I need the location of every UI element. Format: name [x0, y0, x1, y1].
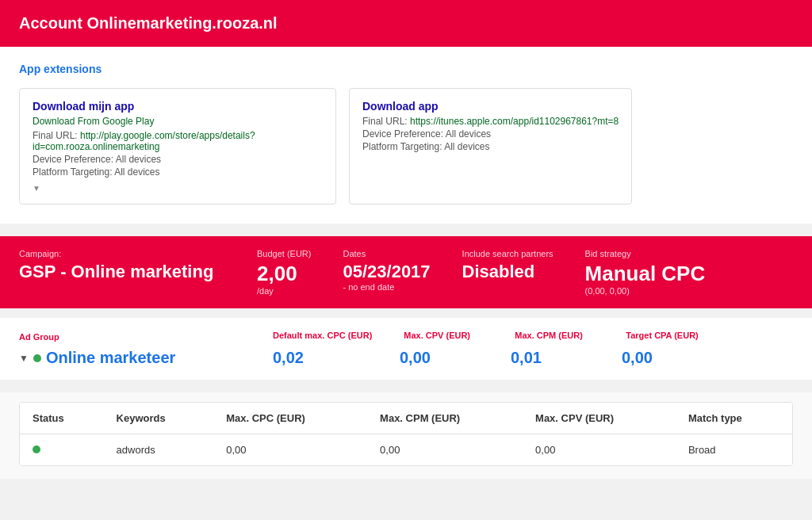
- ext1-title[interactable]: Download mijn app: [33, 100, 323, 113]
- search-partners-metric: Include search partners Disabled: [462, 249, 553, 296]
- app-extensions-label: App extensions: [19, 63, 793, 75]
- budget-sub: /day: [257, 286, 311, 296]
- dates-metric: Dates 05/23/2017 - no end date: [343, 249, 430, 296]
- ext1-subtitle: Download From Google Play: [33, 116, 323, 127]
- col-max-cpc: Max. CPC (EUR): [213, 403, 367, 434]
- dates-value: 05/23/2017: [343, 262, 430, 282]
- extension-card-2: Download app Final URL: https://itunes.a…: [349, 88, 632, 205]
- page-header: Account Onlinemarketing.rooza.nl: [0, 0, 812, 47]
- ext1-platform-value: All devices: [114, 166, 159, 178]
- app-extensions-section: App extensions Download mijn app Downloa…: [0, 47, 812, 224]
- keywords-table-wrapper: Status Keywords Max. CPC (EUR) Max. CPM …: [19, 402, 793, 466]
- search-partners-label: Include search partners: [462, 249, 553, 258]
- col-keywords: Keywords: [104, 403, 214, 434]
- adgroup-name[interactable]: Online marketeer: [46, 349, 175, 367]
- table-row: adwords 0,00 0,00 0,00 Broad: [20, 434, 792, 466]
- table-header-row: Status Keywords Max. CPC (EUR) Max. CPM …: [20, 403, 792, 434]
- ext2-platform: Platform Targeting: All devices: [362, 141, 619, 152]
- bid-strategy-value: Manual CPC: [585, 262, 706, 286]
- search-partners-value: Disabled: [462, 262, 553, 282]
- row-match-type: Broad: [676, 434, 792, 466]
- row-keyword: adwords: [104, 434, 214, 466]
- row-status: [20, 434, 104, 466]
- budget-metric: Budget (EUR) 2,00 /day: [257, 249, 311, 296]
- ext1-platform-label: Platform Targeting:: [33, 166, 113, 178]
- page-title: Account Onlinemarketing.rooza.nl: [19, 14, 278, 32]
- ext2-platform-value: All devices: [444, 141, 489, 152]
- extension-card-1: Download mijn app Download From Google P…: [19, 88, 336, 205]
- adgroup-name-row: ▼ Online marketeer 0,02 0,00 0,01 0,00: [19, 349, 793, 367]
- budget-value: 2,00: [257, 262, 311, 286]
- separator-3: [0, 380, 812, 386]
- ext2-device-value: All devices: [446, 128, 491, 140]
- bid-strategy-metric: Bid strategy Manual CPC (0,00, 0,00): [585, 249, 706, 296]
- ext1-url-label: Final URL:: [33, 130, 78, 141]
- row-max-cpv: 0,00: [523, 434, 676, 466]
- adgroup-values: 0,02 0,00 0,01 0,00: [257, 349, 793, 367]
- ext1-device: Device Preference: All devices: [33, 154, 323, 165]
- adgroup-header-row: Ad Group Default max. CPC (EUR) Max. CPV…: [19, 331, 793, 342]
- ext1-chevron-icon[interactable]: ▼: [33, 184, 323, 193]
- default-cpc-value: 0,02: [273, 349, 368, 367]
- ext2-url-label: Final URL:: [362, 116, 408, 127]
- adgroup-expand-icon[interactable]: ▼: [19, 353, 29, 364]
- dates-sub: - no end date: [343, 282, 430, 292]
- adgroup-label: Ad Group: [19, 332, 59, 342]
- ext2-url[interactable]: https://itunes.apple.com/app/id110296786…: [410, 116, 619, 127]
- separator-1: [0, 224, 812, 230]
- budget-label: Budget (EUR): [257, 249, 311, 258]
- ext1-device-value: All devices: [116, 154, 161, 165]
- campaign-metrics: Budget (EUR) 2,00 /day Dates 05/23/2017 …: [241, 249, 793, 296]
- ext1-url-row: Final URL: http://play.google.com/store/…: [33, 130, 323, 152]
- target-cpa-label: Target CPA (EUR): [626, 331, 705, 340]
- col-max-cpv: Max. CPV (EUR): [523, 403, 676, 434]
- row-max-cpc: 0,00: [213, 434, 367, 466]
- keywords-table: Status Keywords Max. CPC (EUR) Max. CPM …: [20, 403, 792, 465]
- adgroup-metrics-labels: Default max. CPC (EUR) Max. CPV (EUR) Ma…: [257, 331, 793, 340]
- adgroup-section: Ad Group Default max. CPC (EUR) Max. CPV…: [0, 318, 812, 380]
- campaign-info: Campaign: GSP - Online marketing: [19, 249, 241, 282]
- ext2-device: Device Preference: All devices: [362, 128, 619, 140]
- ext1-device-label: Device Preference:: [33, 154, 113, 165]
- bid-strategy-label: Bid strategy: [585, 249, 706, 258]
- keywords-section: Status Keywords Max. CPC (EUR) Max. CPM …: [0, 392, 812, 479]
- dates-label: Dates: [343, 249, 430, 258]
- ext2-title[interactable]: Download app: [362, 100, 619, 113]
- adgroup-status-dot: [33, 354, 41, 362]
- extensions-row: Download mijn app Download From Google P…: [19, 88, 793, 205]
- ext2-url-row: Final URL: https://itunes.apple.com/app/…: [362, 116, 619, 127]
- status-active-dot: [33, 445, 40, 453]
- max-cpv-label: Max. CPV (EUR): [404, 331, 483, 340]
- ext2-platform-label: Platform Targeting:: [362, 141, 442, 152]
- ext1-platform: Platform Targeting: All devices: [33, 166, 323, 178]
- campaign-name: GSP - Online marketing: [19, 262, 241, 282]
- separator-2: [0, 308, 812, 315]
- bid-strategy-sub: (0,00, 0,00): [585, 286, 706, 296]
- row-max-cpm: 0,00: [367, 434, 523, 466]
- col-match-type: Match type: [676, 403, 792, 434]
- default-cpc-label: Default max. CPC (EUR): [273, 331, 372, 340]
- target-cpa-value: 0,00: [622, 349, 701, 367]
- col-max-cpm: Max. CPM (EUR): [367, 403, 523, 434]
- col-status: Status: [20, 403, 104, 434]
- max-cpv-value: 0,00: [400, 349, 479, 367]
- campaign-label: Campaign:: [19, 249, 241, 258]
- ext2-device-label: Device Preference:: [362, 128, 443, 140]
- max-cpm-value: 0,01: [511, 349, 590, 367]
- campaign-banner: Campaign: GSP - Online marketing Budget …: [0, 236, 812, 308]
- adgroup-label-cell: Ad Group: [19, 331, 257, 342]
- max-cpm-label: Max. CPM (EUR): [515, 331, 594, 340]
